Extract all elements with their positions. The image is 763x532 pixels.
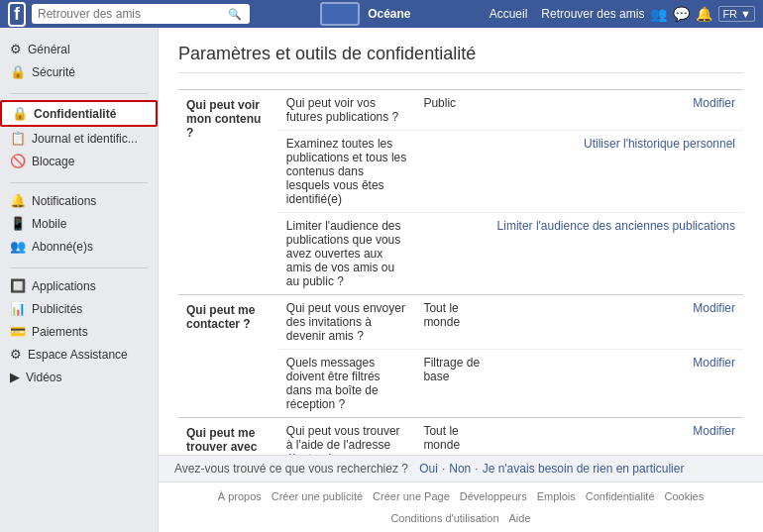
journal-icon: 📋 (10, 131, 26, 146)
settings-table: Qui peut voir mon contenu ? Qui peut voi… (178, 89, 743, 455)
search-button[interactable]: 🔍 (226, 8, 244, 21)
general-icon: ⚙ (10, 42, 22, 56)
section-contact-label: Qui peut me contacter ? (178, 295, 278, 418)
row-historique-value (415, 131, 489, 213)
footer-aide[interactable]: Aide (509, 512, 531, 524)
sidebar-label-paiements: Paiements (32, 325, 88, 339)
row-email-action[interactable]: Modifier (490, 418, 743, 456)
row-historique-action[interactable]: Utiliser l'historique personnel (490, 131, 743, 213)
row-invitations-question: Qui peut vous envoyer des invitations à … (278, 295, 416, 350)
sidebar-item-mobile[interactable]: 📱 Mobile (0, 212, 158, 235)
sidebar-divider-3 (10, 267, 148, 268)
messages-icon[interactable]: 💬 (673, 6, 690, 22)
sidebar-item-paiements[interactable]: 💳 Paiements (0, 320, 158, 343)
sidebar-label-mobile: Mobile (32, 217, 66, 231)
footer-apropos[interactable]: À propos (218, 490, 262, 502)
nav-center: Océane (256, 2, 484, 26)
footer-conditions[interactable]: Conditions d'utilisation (390, 512, 498, 524)
section-trouver-header: Qui peut me trouver avec une recherche ?… (178, 418, 743, 456)
sidebar-item-confidentialite[interactable]: 🔒 Confidentialité (0, 100, 158, 127)
sidebar-item-general[interactable]: ⚙ Général (0, 38, 158, 60)
row-invitations-action[interactable]: Modifier (490, 295, 743, 350)
nav-username: Océane (368, 7, 410, 21)
language-selector[interactable]: FR ▼ (718, 6, 755, 22)
row-messages-value: Filtrage de base (415, 350, 489, 418)
sidebar: ⚙ Général 🔒 Sécurité 🔒 Confidentialité 📋… (0, 28, 159, 532)
row-publications-action[interactable]: Modifier (490, 90, 743, 131)
row-invitations-value: Tout le monde (415, 295, 489, 350)
friends-icon[interactable]: 👥 (650, 6, 667, 22)
sidebar-label-general: Général (28, 43, 70, 56)
feedback-question: Avez-vous trouvé ce que vous recherchiez… (174, 462, 408, 476)
search-bar: 🔍 (32, 4, 250, 24)
sidebar-item-notifications[interactable]: 🔔 Notifications (0, 189, 158, 212)
sidebar-item-publicites[interactable]: 📊 Publicités (0, 297, 158, 320)
nav-icons: 👥 💬 🔔 FR ▼ (650, 6, 755, 22)
row-historique-question: Examinez toutes les publications et tous… (278, 131, 416, 213)
row-publications-value: Public (415, 90, 489, 131)
section-contact-header: Qui peut me contacter ? Qui peut vous en… (178, 295, 743, 350)
main-layout: ⚙ Général 🔒 Sécurité 🔒 Confidentialité 📋… (0, 28, 763, 532)
row-limiter-value (415, 213, 489, 295)
sidebar-label-journal: Journal et identific... (32, 132, 138, 146)
sidebar-item-blocage[interactable]: 🚫 Blocage (0, 150, 158, 172)
notifications-icon[interactable]: 🔔 (696, 6, 712, 22)
sidebar-label-notifications: Notifications (32, 194, 96, 208)
pub-icon: 📊 (10, 301, 26, 316)
sidebar-label-publicites: Publicités (32, 302, 82, 316)
pay-icon: 💳 (10, 324, 26, 339)
sidebar-section-1: ⚙ Général 🔒 Sécurité (0, 38, 158, 83)
sidebar-item-securite[interactable]: 🔒 Sécurité (0, 60, 158, 83)
sidebar-item-videos[interactable]: ▶ Vidéos (0, 366, 158, 388)
facebook-logo[interactable]: f (8, 2, 26, 27)
search-input[interactable] (38, 7, 226, 21)
espace-icon: ⚙ (10, 347, 22, 362)
footer-confidentialite[interactable]: Confidentialité (586, 490, 655, 502)
main-content: Paramètres et outils de confidentialité … (159, 28, 763, 455)
feedback-dot-1: · (442, 462, 445, 476)
footer-publicite[interactable]: Créer une publicité (272, 490, 363, 502)
row-email-value: Tout le monde (415, 418, 489, 456)
nav-links: Accueil Retrouver des amis (490, 7, 645, 21)
section-voir-label: Qui peut voir mon contenu ? (178, 90, 278, 295)
sidebar-label-videos: Vidéos (26, 371, 61, 384)
footer: À propos Créer une publicité Créer une P… (159, 481, 763, 532)
footer-devs[interactable]: Développeurs (460, 490, 527, 502)
securite-icon: 🔒 (10, 64, 26, 79)
page-title: Paramètres et outils de confidentialité (178, 44, 743, 73)
top-navigation: f 🔍 Océane Accueil Retrouver des amis 👥 … (0, 0, 763, 28)
footer-cookies[interactable]: Cookies (665, 490, 705, 502)
sidebar-section-3: 🔔 Notifications 📱 Mobile 👥 Abonné(e)s (0, 189, 158, 258)
sidebar-item-journal[interactable]: 📋 Journal et identific... (0, 127, 158, 150)
abonnes-icon: 👥 (10, 239, 26, 254)
user-avatar-nav (320, 2, 360, 26)
sidebar-section-2: 🔒 Confidentialité 📋 Journal et identific… (0, 100, 158, 172)
feedback-non[interactable]: Non (449, 462, 471, 476)
row-messages-action[interactable]: Modifier (490, 350, 743, 418)
feedback-dot-2: · (475, 462, 478, 476)
section-voir-header: Qui peut voir mon contenu ? Qui peut voi… (178, 90, 743, 131)
footer-page[interactable]: Créer une Page (373, 490, 450, 502)
sidebar-label-abonnes: Abonné(e)s (32, 240, 93, 254)
feedback-oui[interactable]: Oui (419, 462, 438, 476)
sidebar-item-abonnes[interactable]: 👥 Abonné(e)s (0, 235, 158, 258)
sidebar-label-blocage: Blocage (32, 155, 74, 168)
mobile-icon: 📱 (10, 216, 26, 231)
videos-icon: ▶ (10, 370, 20, 384)
feedback-bar: Avez-vous trouvé ce que vous recherchiez… (159, 455, 763, 481)
sidebar-label-applications: Applications (32, 279, 96, 293)
row-email-question: Qui peut vous trouver à l'aide de l'adre… (278, 418, 416, 456)
sidebar-item-applications[interactable]: 🔲 Applications (0, 274, 158, 297)
nav-accueil[interactable]: Accueil (490, 7, 528, 21)
feedback-sep-1 (412, 462, 415, 476)
nav-retrouver[interactable]: Retrouver des amis (541, 7, 644, 21)
confidentialite-icon: 🔒 (12, 106, 28, 121)
feedback-autre[interactable]: Je n'avais besoin de rien en particulier (483, 462, 685, 476)
sidebar-item-espace[interactable]: ⚙ Espace Assistance (0, 343, 158, 366)
section-trouver-label: Qui peut me trouver avec une recherche ? (178, 418, 278, 456)
sidebar-section-4: 🔲 Applications 📊 Publicités 💳 Paiements … (0, 274, 158, 388)
footer-emplois[interactable]: Emplois (537, 490, 576, 502)
row-limiter-action[interactable]: Limiter l'audience des anciennes publica… (490, 213, 743, 295)
sidebar-label-securite: Sécurité (32, 65, 75, 79)
sidebar-label-confidentialite: Confidentialité (34, 107, 116, 121)
